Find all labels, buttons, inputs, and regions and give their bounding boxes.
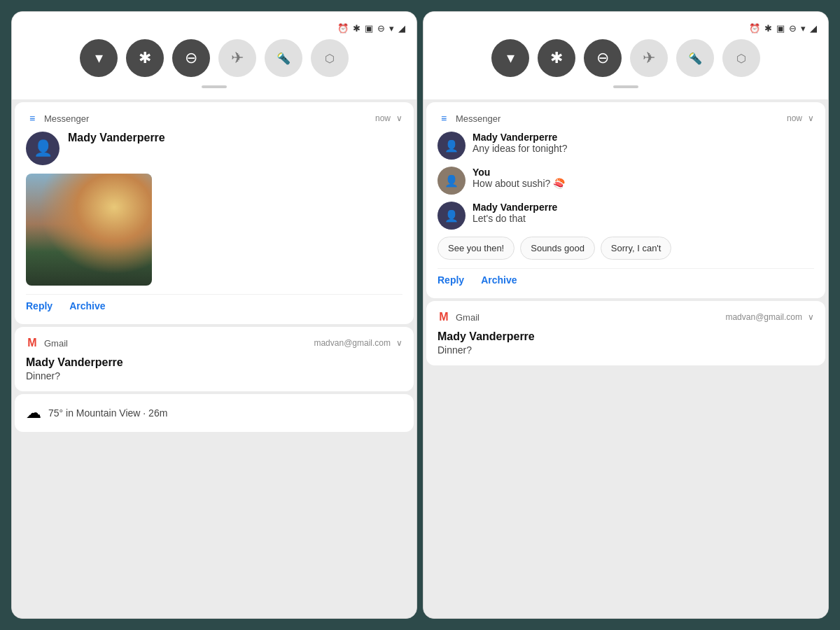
left-messenger-notification: ≡ Messenger now ∨ 👤 Mady Vanderperre	[15, 102, 414, 324]
main-container: ⏰ ✱ ▣ ⊖ ▾ ◢ ▾ ✱ ⊖ ✈ 🔦 ⬡ ≡	[0, 0, 840, 630]
quick-replies-row: See you then! Sounds good Sorry, I can't	[438, 237, 814, 260]
alarm-icon: ⏰	[337, 23, 349, 34]
conv-message-3: 👤 Mady Vanderperre Let's do that	[438, 202, 814, 230]
left-messenger-actions: Reply Archive	[26, 294, 402, 314]
r-messenger-chevron-icon[interactable]: ∨	[808, 113, 814, 123]
r-wifi-status-icon: ▾	[801, 23, 806, 34]
conv-sender-2: You	[472, 167, 814, 178]
left-messenger-content: Mady Vanderperre	[68, 132, 402, 146]
conv-message-2: 👤 You How about sushi? 🍣	[438, 167, 814, 195]
right-reply-button[interactable]: Reply	[438, 272, 464, 288]
left-panel: ⏰ ✱ ▣ ⊖ ▾ ◢ ▾ ✱ ⊖ ✈ 🔦 ⬡ ≡	[11, 11, 417, 619]
quick-reply-2[interactable]: Sounds good	[520, 237, 595, 260]
r-gmail-message: Dinner?	[438, 344, 814, 356]
conv-mady-avatar-2: 👤	[438, 202, 465, 230]
messenger-icon: ≡	[26, 112, 38, 125]
left-gmail-content: Mady Vanderperre Dinner?	[26, 356, 402, 382]
mady-avatar: 👤	[26, 132, 59, 165]
quick-reply-1[interactable]: See you then!	[438, 237, 514, 260]
r-bluetooth-tile[interactable]: ✱	[538, 39, 575, 77]
messenger-sender: Mady Vanderperre	[68, 132, 402, 144]
messenger-time: now	[375, 113, 391, 123]
right-messenger-header: ≡ Messenger now ∨	[438, 112, 814, 125]
gmail-message: Dinner?	[26, 370, 402, 382]
conv-you-avatar: 👤	[438, 167, 465, 195]
signal-icon: ◢	[398, 23, 405, 34]
quick-reply-3[interactable]: Sorry, I can't	[601, 237, 672, 260]
conv-msg-1: Any ideas for tonight?	[472, 143, 814, 154]
r-dnd-tile[interactable]: ⊖	[584, 39, 622, 77]
rotate-tile[interactable]: ⬡	[311, 39, 349, 77]
messenger-image-inner	[26, 174, 152, 286]
bluetooth-status-icon: ✱	[353, 23, 360, 34]
r-messenger-time: now	[787, 113, 802, 123]
right-messenger-actions: Reply Archive	[438, 268, 814, 288]
dnd-tile[interactable]: ⊖	[172, 39, 210, 77]
conv-text-3: Mady Vanderperre Let's do that	[472, 202, 814, 224]
left-archive-button[interactable]: Archive	[69, 298, 105, 314]
r-cast-icon: ▣	[776, 23, 785, 34]
r-messenger-icon: ≡	[438, 112, 450, 125]
r-gmail-app-name: Gmail	[456, 312, 720, 323]
right-status-bar: ⏰ ✱ ▣ ⊖ ▾ ◢	[435, 20, 817, 39]
right-gmail-content: Mady Vanderperre Dinner?	[438, 330, 814, 356]
left-messenger-body: 👤 Mady Vanderperre	[26, 132, 402, 165]
wifi-status-icon: ▾	[389, 23, 394, 34]
r-gmail-chevron-icon[interactable]: ∨	[808, 312, 814, 322]
gmail-app-name: Gmail	[44, 338, 308, 349]
r-wifi-tile[interactable]: ▾	[491, 39, 529, 77]
right-quick-tiles: ▾ ✱ ⊖ ✈ 🔦 ⬡	[491, 39, 760, 77]
messenger-chevron-icon[interactable]: ∨	[396, 113, 402, 123]
r-drag-handle	[613, 85, 638, 88]
right-gmail-notification: M Gmail madvan@gmail.com ∨ Mady Vanderpe…	[426, 301, 825, 365]
r-airplane-tile[interactable]: ✈	[630, 39, 668, 77]
conv-sender-1: Mady Vanderperre	[472, 132, 814, 143]
left-reply-button[interactable]: Reply	[26, 298, 52, 314]
wifi-tile[interactable]: ▾	[80, 39, 118, 77]
messenger-image	[26, 174, 152, 286]
left-status-bar: ⏰ ✱ ▣ ⊖ ▾ ◢	[23, 20, 405, 39]
conv-mady-avatar-1: 👤	[438, 132, 465, 160]
r-dnd-status-icon: ⊖	[789, 23, 797, 34]
drag-handle	[202, 85, 227, 88]
r-gmail-icon: M	[438, 311, 450, 323]
right-notifications: ≡ Messenger now ∨ 👤 Mady Vanderperre Any…	[424, 99, 828, 618]
conv-message-1: 👤 Mady Vanderperre Any ideas for tonight…	[438, 132, 814, 160]
r-alarm-icon: ⏰	[749, 23, 760, 34]
left-gmail-notification: M Gmail madvan@gmail.com ∨ Mady Vanderpe…	[15, 327, 414, 391]
conv-sender-3: Mady Vanderperre	[472, 202, 814, 213]
right-quick-settings: ⏰ ✱ ▣ ⊖ ▾ ◢ ▾ ✱ ⊖ ✈ 🔦 ⬡	[424, 12, 828, 99]
gmail-icon: M	[26, 337, 38, 349]
left-gmail-header: M Gmail madvan@gmail.com ∨	[26, 337, 402, 349]
weather-text: 75° in Mountain View · 26m	[48, 407, 167, 419]
r-bluetooth-status-icon: ✱	[764, 23, 772, 34]
r-rotate-tile[interactable]: ⬡	[722, 39, 760, 77]
right-archive-button[interactable]: Archive	[481, 272, 517, 288]
left-messenger-header: ≡ Messenger now ∨	[26, 112, 402, 125]
conv-text-1: Mady Vanderperre Any ideas for tonight?	[472, 132, 814, 154]
left-quick-settings: ⏰ ✱ ▣ ⊖ ▾ ◢ ▾ ✱ ⊖ ✈ 🔦 ⬡	[12, 12, 416, 99]
gmail-chevron-icon[interactable]: ∨	[396, 338, 402, 348]
conv-msg-3: Let's do that	[472, 213, 814, 224]
right-gmail-header: M Gmail madvan@gmail.com ∨	[438, 311, 814, 323]
r-signal-icon: ◢	[810, 23, 817, 34]
right-messenger-notification: ≡ Messenger now ∨ 👤 Mady Vanderperre Any…	[426, 102, 825, 298]
weather-notification: ☁ 75° in Mountain View · 26m	[15, 394, 414, 432]
flashlight-tile[interactable]: 🔦	[265, 39, 302, 77]
left-notifications: ≡ Messenger now ∨ 👤 Mady Vanderperre	[12, 99, 416, 618]
gmail-email: madvan@gmail.com	[314, 338, 391, 348]
conv-msg-2: How about sushi? 🍣	[472, 178, 814, 189]
cloud-icon: ☁	[26, 404, 41, 422]
airplane-tile[interactable]: ✈	[218, 39, 256, 77]
gmail-sender: Mady Vanderperre	[26, 356, 402, 369]
bluetooth-tile[interactable]: ✱	[126, 39, 164, 77]
conv-text-2: You How about sushi? 🍣	[472, 167, 814, 189]
r-gmail-email: madvan@gmail.com	[725, 312, 802, 322]
r-flashlight-tile[interactable]: 🔦	[676, 39, 714, 77]
left-quick-tiles: ▾ ✱ ⊖ ✈ 🔦 ⬡	[80, 39, 349, 77]
r-messenger-app-name: Messenger	[456, 113, 781, 124]
dnd-status-icon: ⊖	[377, 23, 385, 34]
cast-icon: ▣	[365, 23, 373, 34]
right-panel: ⏰ ✱ ▣ ⊖ ▾ ◢ ▾ ✱ ⊖ ✈ 🔦 ⬡ ≡	[423, 11, 829, 619]
messenger-app-name: Messenger	[44, 113, 370, 124]
